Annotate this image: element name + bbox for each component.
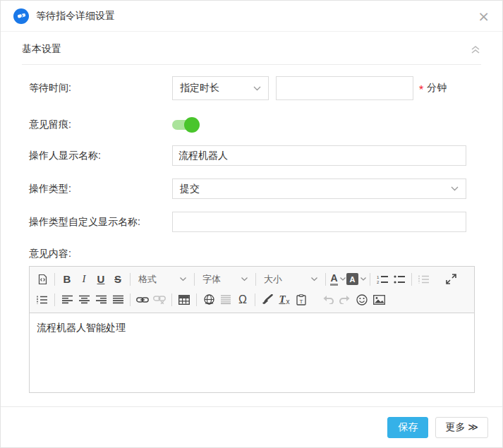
- svg-text:2: 2: [377, 280, 380, 284]
- dialog-header: 等待指令详细设置 ×: [1, 1, 502, 32]
- source-code-icon[interactable]: [34, 270, 51, 288]
- undo-icon[interactable]: [320, 291, 337, 308]
- dialog-body: 基本设置 等待时间: 指定时长 * 分钟 意见留痕:: [1, 32, 502, 406]
- operation-type-custom-input[interactable]: [172, 212, 466, 232]
- more-button[interactable]: 更多 ≫: [435, 417, 488, 438]
- toggle-knob: [184, 117, 200, 133]
- svg-text:T: T: [300, 298, 303, 304]
- format-painter-icon[interactable]: [259, 291, 276, 308]
- operator-name-input[interactable]: [172, 145, 466, 166]
- section-divider: [22, 64, 481, 65]
- image-icon[interactable]: [370, 291, 387, 308]
- maximize-icon[interactable]: [442, 270, 459, 288]
- close-icon[interactable]: ×: [478, 9, 490, 23]
- unlink-icon[interactable]: [151, 291, 168, 308]
- horizontal-rule-icon[interactable]: [217, 291, 234, 308]
- opinion-trace-row: 意见留痕:: [29, 117, 473, 133]
- operation-type-custom-label: 操作类型自定义显示名称:: [29, 216, 172, 229]
- wait-time-select-value: 指定时长: [180, 82, 219, 95]
- decrease-indent-icon[interactable]: [416, 270, 432, 288]
- paste-text-icon[interactable]: T: [293, 291, 310, 308]
- format-dropdown[interactable]: 格式: [134, 271, 190, 288]
- align-left-icon[interactable]: [59, 291, 75, 308]
- wait-instruction-settings-dialog: 等待指令详细设置 × 基本设置 等待时间: 指定时长 * 分钟: [0, 0, 503, 448]
- bulleted-list-icon[interactable]: [391, 270, 408, 288]
- smiley-icon[interactable]: [353, 291, 370, 308]
- operation-type-row: 操作类型: 提交: [29, 178, 473, 199]
- dialog-footer: 保存 更多 ≫: [1, 406, 502, 447]
- wait-time-row: 等待时间: 指定时长 * 分钟: [29, 76, 473, 100]
- section-basic-settings: 基本设置: [22, 32, 481, 56]
- wait-time-unit: 分钟: [427, 82, 447, 95]
- required-asterisk: *: [419, 84, 423, 97]
- remove-format-icon[interactable]: Tx: [276, 291, 293, 308]
- operator-name-label: 操作人显示名称:: [29, 150, 172, 162]
- redo-icon[interactable]: [337, 291, 353, 308]
- operation-type-custom-row: 操作类型自定义显示名称:: [29, 212, 473, 232]
- rich-text-editor: B I U S 格式 字体 大小: [29, 266, 475, 393]
- background-color-icon[interactable]: A: [346, 270, 366, 288]
- flow-app-icon: [13, 8, 29, 24]
- strikethrough-icon[interactable]: S: [109, 270, 126, 288]
- align-center-icon[interactable]: [75, 291, 92, 308]
- chevron-down-icon: [451, 186, 459, 191]
- opinion-content-label: 意见内容:: [29, 248, 474, 260]
- numbered-list-icon[interactable]: 12: [374, 270, 391, 288]
- font-dropdown[interactable]: 字体: [198, 271, 252, 288]
- operation-type-label: 操作类型:: [29, 183, 172, 195]
- editor-content[interactable]: 流程机器人智能处理: [30, 313, 474, 392]
- editor-toolbar: B I U S 格式 字体 大小: [30, 267, 474, 313]
- toolbar-row-2: Ω Tx T: [34, 289, 470, 310]
- toolbar-row-1: B I U S 格式 字体 大小: [34, 269, 470, 289]
- special-char-icon[interactable]: Ω: [234, 291, 251, 308]
- wait-time-select[interactable]: 指定时长: [172, 76, 269, 100]
- align-right-icon[interactable]: [92, 291, 109, 308]
- opinion-trace-toggle[interactable]: [172, 120, 198, 130]
- operation-type-select-value: 提交: [180, 183, 200, 195]
- dialog-title: 等待指令详细设置: [36, 10, 115, 23]
- save-button[interactable]: 保存: [387, 417, 428, 438]
- collapse-up-icon[interactable]: [470, 44, 481, 54]
- italic-icon[interactable]: I: [75, 270, 92, 288]
- operation-type-select[interactable]: 提交: [172, 178, 466, 199]
- font-size-dropdown[interactable]: 大小: [260, 271, 322, 288]
- table-icon[interactable]: [176, 291, 193, 308]
- wait-time-input[interactable]: [276, 76, 413, 100]
- globe-icon[interactable]: [200, 291, 217, 308]
- underline-icon[interactable]: U: [92, 270, 109, 288]
- wait-time-label: 等待时间:: [29, 82, 172, 95]
- flow-glyph: [17, 11, 26, 20]
- chevron-down-icon: [253, 86, 261, 91]
- operator-name-row: 操作人显示名称:: [29, 145, 473, 166]
- opinion-trace-label: 意见留痕:: [29, 119, 172, 131]
- align-justify-icon[interactable]: [109, 291, 126, 308]
- increase-indent-icon[interactable]: [34, 291, 51, 308]
- link-icon[interactable]: [134, 291, 151, 308]
- section-basic-title: 基本设置: [22, 43, 61, 56]
- bold-icon[interactable]: B: [59, 270, 75, 288]
- svg-text:1: 1: [377, 274, 380, 279]
- text-color-icon[interactable]: A: [329, 270, 346, 288]
